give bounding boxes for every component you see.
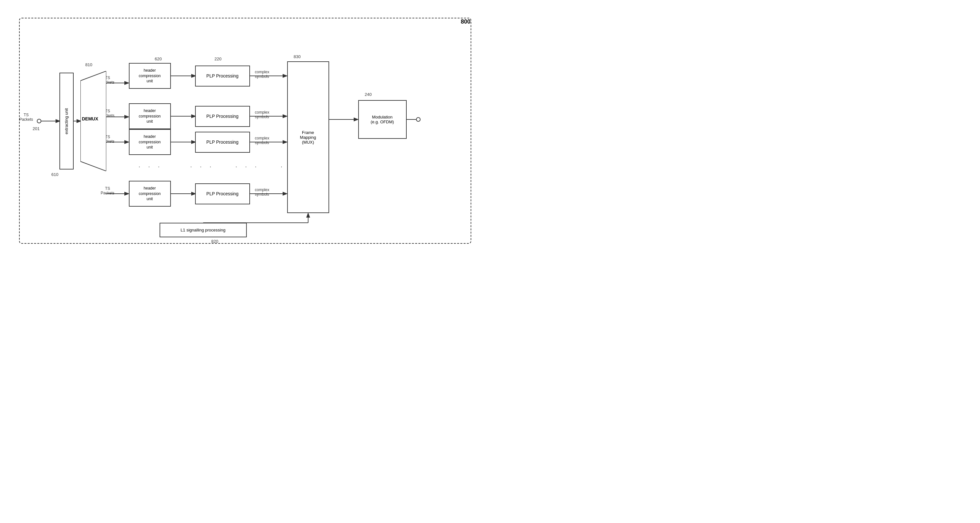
plp-block-4: PLP Processing [195,183,250,204]
demux-label: DEMUX [82,116,99,121]
plp-label-1: PLP Processing [207,73,239,79]
plp-block-1: PLP Processing [195,65,250,86]
frame-mapping-label: FrameMapping(MUX) [300,130,316,145]
hcu-label-4: headercompressionunit [138,186,161,202]
hcu-block-1: headercompressionunit [129,63,171,89]
plp-label-2: PLP Processing [207,113,239,120]
l1-signal-label: L1 signalling processing [181,227,226,232]
hcu-block-2: headercompressionunit [129,103,171,129]
extracting-unit-block: extracting unit [59,73,74,170]
plp-block-2: PLP Processing [195,106,250,127]
label-800: 800 [461,18,470,25]
l1-signal-block: L1 signalling processing [159,223,247,237]
hcu-label-2: headercompressionunit [138,108,161,124]
hcu-block-3: headercompressionunit [129,129,171,155]
frame-mapping-block: FrameMapping(MUX) [287,61,329,213]
plp-label-4: PLP Processing [207,191,239,197]
extracting-unit-label: extracting unit [64,108,69,134]
hcu-label-3: headercompressionunit [138,134,161,150]
modulation-label: Modulation(e.g. OFDM) [371,114,394,124]
hcu-block-4: headercompressionunit [129,181,171,207]
plp-block-3: PLP Processing [195,132,250,153]
plp-label-3: PLP Processing [207,139,239,146]
modulation-block: Modulation(e.g. OFDM) [358,100,407,139]
hcu-label-1: headercompressionunit [138,68,161,84]
